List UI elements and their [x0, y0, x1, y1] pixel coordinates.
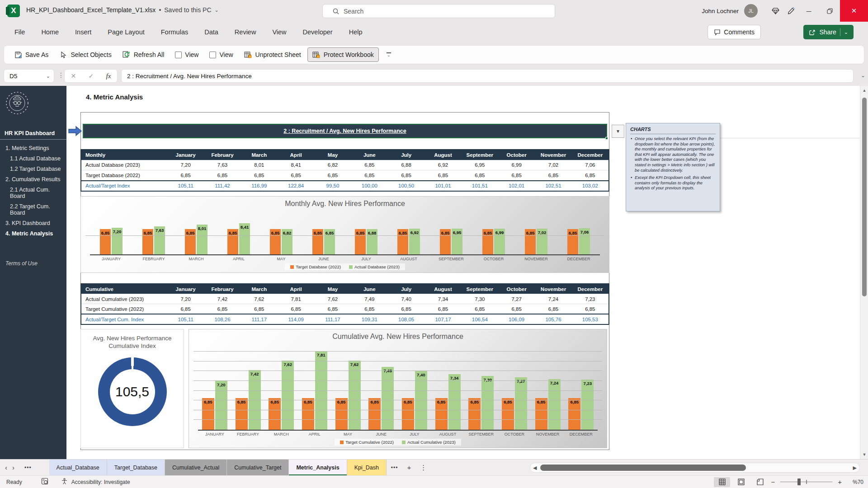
- column-header[interactable]: November: [535, 286, 571, 292]
- sidebar-item-1-2-target-database[interactable]: 1.2 Target Database: [0, 164, 66, 174]
- sheet-tab-cumulative_actual[interactable]: Cumulative_Actual: [165, 460, 227, 476]
- sidebar-item-1-1-actual-database[interactable]: 1.1 Actual Database: [0, 153, 66, 164]
- value-cell[interactable]: 108,05: [388, 317, 425, 322]
- value-cell[interactable]: 6,95: [462, 162, 498, 168]
- close-button[interactable]: ✕: [840, 0, 868, 22]
- row-label-cell[interactable]: Actual/Target Index: [81, 183, 167, 188]
- share-button[interactable]: Share ⌄: [803, 25, 854, 39]
- unprotect-sheet-button[interactable]: Unprotect Sheet: [240, 48, 306, 61]
- avatar[interactable]: JL: [744, 4, 758, 18]
- value-cell[interactable]: 6,85: [425, 173, 461, 178]
- sidebar-item-4-metric-analysis[interactable]: 4. Metric Analysis: [0, 228, 66, 239]
- value-cell[interactable]: 8,01: [241, 162, 278, 168]
- value-cell[interactable]: 6,85: [167, 306, 204, 312]
- checkbox-icon[interactable]: [175, 52, 182, 58]
- horizontal-scroll-thumb[interactable]: [540, 465, 746, 471]
- comments-button[interactable]: Comments: [708, 25, 761, 39]
- sheet-tab-metric_analysis[interactable]: Metric_Analysis: [289, 460, 347, 476]
- value-cell[interactable]: 6,85: [278, 173, 314, 178]
- share-dropdown-icon[interactable]: ⌄: [844, 29, 848, 35]
- value-cell[interactable]: 6,85: [204, 173, 241, 178]
- value-cell[interactable]: 105,76: [535, 317, 571, 322]
- column-header[interactable]: September: [462, 152, 498, 158]
- column-header[interactable]: February: [204, 286, 241, 292]
- cancel-entry-icon[interactable]: ✕: [71, 72, 76, 80]
- vertical-scrollbar[interactable]: ▲ ▼: [860, 86, 868, 459]
- value-cell[interactable]: 6,88: [388, 162, 425, 168]
- sidebar-item-1-metric-settings[interactable]: 1. Metric Settings: [0, 143, 66, 153]
- value-cell[interactable]: 114,09: [278, 317, 314, 322]
- document-title[interactable]: HR_KPI_Dashboard_Excel_Template_V1.xlsx …: [26, 6, 219, 14]
- terms-of-use-link[interactable]: Terms of Use: [5, 260, 38, 267]
- column-header[interactable]: August: [425, 286, 461, 292]
- scroll-right-icon[interactable]: ▶: [850, 465, 859, 471]
- normal-view-button[interactable]: [714, 477, 730, 487]
- value-cell[interactable]: 106,09: [498, 317, 535, 322]
- row-label-cell[interactable]: Actual/Target Cum. Index: [81, 317, 167, 322]
- macro-record-icon[interactable]: [41, 478, 48, 486]
- ribbon-tab-help[interactable]: Help: [343, 25, 369, 39]
- value-cell[interactable]: 8,41: [278, 162, 314, 168]
- value-cell[interactable]: 7,23: [572, 296, 609, 302]
- value-cell[interactable]: 6,85: [388, 306, 425, 312]
- value-cell[interactable]: 6,85: [462, 173, 498, 178]
- view-checkbox-1[interactable]: View: [170, 48, 203, 61]
- value-cell[interactable]: 6,85: [314, 306, 351, 312]
- value-cell[interactable]: 107,17: [425, 317, 461, 322]
- value-cell[interactable]: 7,63: [204, 162, 241, 168]
- value-cell[interactable]: 7,02: [535, 162, 571, 168]
- value-cell[interactable]: 7,20: [167, 162, 204, 168]
- value-cell[interactable]: 6,85: [351, 306, 388, 312]
- column-header[interactable]: October: [498, 152, 535, 158]
- sidebar-item-3-kpi-dashboard[interactable]: 3. KPI Dashboard: [0, 218, 66, 228]
- column-header[interactable]: May: [314, 152, 351, 158]
- excel-app-icon[interactable]: X: [7, 5, 20, 17]
- page-layout-view-button[interactable]: [733, 477, 749, 487]
- ribbon-tab-view[interactable]: View: [266, 25, 292, 39]
- new-sheet-button[interactable]: +: [402, 464, 415, 471]
- column-header[interactable]: September: [462, 286, 498, 292]
- value-cell[interactable]: 6,92: [425, 162, 461, 168]
- name-box[interactable]: D5 ⌄: [4, 69, 54, 83]
- ribbon-tab-home[interactable]: Home: [35, 25, 65, 39]
- value-cell[interactable]: 6,85: [425, 306, 461, 312]
- column-header[interactable]: February: [204, 152, 241, 158]
- sidebar-item-2-cumulative-results[interactable]: 2. Cumulative Results: [0, 174, 66, 184]
- value-cell[interactable]: 6,85: [535, 306, 571, 312]
- column-header[interactable]: April: [278, 286, 314, 292]
- value-cell[interactable]: 101,51: [462, 183, 498, 188]
- save-as-button[interactable]: Save As: [9, 48, 53, 61]
- view-checkbox-2[interactable]: View: [205, 48, 237, 61]
- column-header[interactable]: July: [388, 152, 425, 158]
- restore-button[interactable]: [819, 0, 840, 22]
- row-label-cell[interactable]: Target Database (2022): [81, 173, 167, 178]
- value-cell[interactable]: 6,85: [572, 306, 609, 312]
- zoom-out-button[interactable]: −: [771, 478, 775, 486]
- column-header[interactable]: November: [535, 152, 571, 158]
- value-cell[interactable]: 7,34: [425, 296, 461, 302]
- value-cell[interactable]: 6,85: [462, 306, 498, 312]
- value-cell[interactable]: 6,99: [498, 162, 535, 168]
- monthly-bar-chart[interactable]: Monthly Avg. New Hires Performance 6,857…: [80, 196, 609, 273]
- value-cell[interactable]: 105,11: [167, 183, 204, 188]
- minimize-button[interactable]: ─: [798, 0, 819, 22]
- value-cell[interactable]: 116,99: [241, 183, 278, 188]
- value-cell[interactable]: 7,49: [351, 296, 388, 302]
- row-label-cell[interactable]: Actual Cumulative (2023): [81, 296, 167, 302]
- donut-chart[interactable]: Avg. New Hires Performance Cumulative In…: [80, 329, 184, 448]
- formula-input[interactable]: 2 : Recruitment / Avg. New Hires Perform…: [121, 69, 854, 83]
- scroll-down-icon[interactable]: ▼: [860, 450, 868, 459]
- value-cell[interactable]: 100,50: [388, 183, 425, 188]
- column-header[interactable]: December: [572, 286, 609, 292]
- insert-function-icon[interactable]: fx: [106, 72, 111, 80]
- sheet-tab-actual_database[interactable]: Actual_Database: [49, 460, 107, 476]
- scroll-up-icon[interactable]: ▲: [860, 86, 868, 95]
- value-cell[interactable]: 111,42: [204, 183, 241, 188]
- pen-icon[interactable]: [783, 0, 798, 22]
- value-cell[interactable]: 105,11: [167, 317, 204, 322]
- horizontal-scrollbar[interactable]: ◀ ▶: [530, 463, 860, 473]
- accessibility-status[interactable]: Accessibility: Investigate: [71, 479, 130, 485]
- value-cell[interactable]: 111,17: [241, 317, 278, 322]
- zoom-slider-thumb[interactable]: [797, 479, 801, 485]
- value-cell[interactable]: 6,85: [314, 173, 351, 178]
